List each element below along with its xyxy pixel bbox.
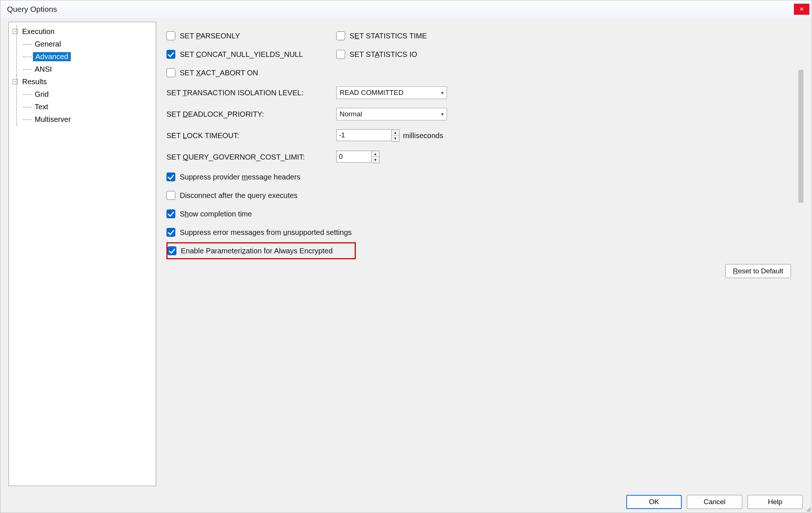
label-milliseconds: milliseconds xyxy=(403,131,443,140)
checkbox-show-completion-time[interactable] xyxy=(166,209,175,218)
tree-node-execution[interactable]: Execution xyxy=(21,27,56,36)
options-panel: SET NOEXEC SET SHOWPLAN_TEXT SET PARSEON… xyxy=(166,22,513,324)
chevron-down-icon: ▾ xyxy=(441,90,444,96)
tree-node-advanced[interactable]: Advanced xyxy=(33,52,70,61)
label-lock-timeout: SET LOCK TIMEOUT: xyxy=(166,131,336,140)
label-query-governor: SET QUERY_GOVERNOR_COST_LIMIT: xyxy=(166,153,336,161)
checkbox-suppress-headers[interactable] xyxy=(166,172,175,181)
checkbox-statistics-io[interactable] xyxy=(336,50,345,59)
titlebar: Query Options ✕ xyxy=(0,0,513,18)
checkbox-suppress-errors[interactable] xyxy=(166,228,175,237)
label-isolation-level: SET TRANSACTION ISOLATION LEVEL: xyxy=(166,89,336,97)
combo-deadlock-priority[interactable]: Normal ▾ xyxy=(336,108,447,120)
checkbox-xact-abort[interactable] xyxy=(166,68,175,77)
query-options-dialog: Query Options ✕ − Execution General Adva… xyxy=(0,0,513,324)
category-tree[interactable]: − Execution General Advanced ANSI − Resu… xyxy=(8,22,156,324)
dialog-title: Query Options xyxy=(7,5,57,14)
tree-node-ansi[interactable]: ANSI xyxy=(33,65,54,73)
checkbox-always-encrypted-param[interactable] xyxy=(168,246,176,255)
tree-node-text[interactable]: Text xyxy=(33,103,50,111)
tree-node-grid[interactable]: Grid xyxy=(33,90,50,99)
spin-up-icon[interactable]: ▲ xyxy=(392,130,399,136)
spin-up-icon[interactable]: ▲ xyxy=(372,151,379,157)
spin-down-icon[interactable]: ▼ xyxy=(372,157,379,163)
checkbox-disconnect-after[interactable] xyxy=(166,191,175,200)
spinner-query-governor[interactable]: 0 ▲▼ xyxy=(336,151,379,163)
chevron-down-icon: ▾ xyxy=(441,111,444,117)
checkbox-parseonly[interactable] xyxy=(166,31,175,40)
tree-node-results[interactable]: Results xyxy=(21,78,48,86)
checkbox-concat-null[interactable] xyxy=(166,50,175,59)
combo-isolation-level[interactable]: READ COMMITTED ▾ xyxy=(336,86,447,99)
checkbox-statistics-time[interactable] xyxy=(336,31,345,40)
spinner-lock-timeout[interactable]: -1 ▲▼ xyxy=(336,129,399,142)
tree-node-general[interactable]: General xyxy=(33,40,62,48)
label-deadlock-priority: SET DEADLOCK_PRIORITY: xyxy=(166,110,336,119)
highlighted-option: Enable Parameterization for Always Encry… xyxy=(166,242,356,259)
spin-down-icon[interactable]: ▼ xyxy=(392,136,399,141)
tree-node-multiserver[interactable]: Multiserver xyxy=(33,115,72,124)
